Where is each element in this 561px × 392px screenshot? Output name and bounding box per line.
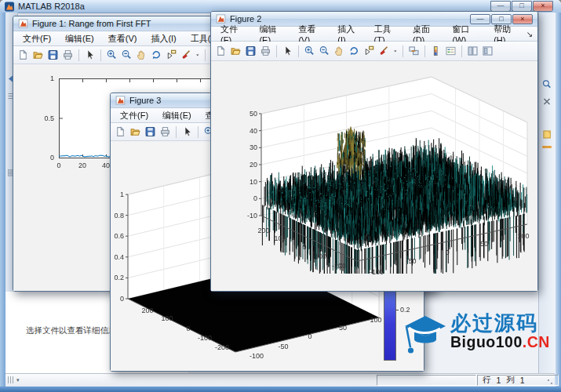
cursor-icon[interactable] <box>281 45 294 58</box>
watermark-brand: Biguo100 <box>450 333 523 350</box>
statusbar-grip[interactable]: ▾ <box>8 376 20 383</box>
menu-item[interactable]: 编辑(E) <box>58 31 101 46</box>
new-icon[interactable] <box>16 49 30 62</box>
open-icon[interactable] <box>229 45 242 58</box>
menu-item[interactable]: 插入(I) <box>144 31 183 46</box>
maximize-button[interactable]: □ <box>512 1 532 12</box>
search-icon[interactable] <box>541 79 552 90</box>
toolbar-separator <box>424 45 425 57</box>
data-cursor-icon[interactable] <box>362 45 376 58</box>
note-underline <box>542 146 552 148</box>
figure2-toolbar <box>211 42 537 61</box>
insert-colorbar-icon[interactable] <box>429 45 443 58</box>
toolbar-separator <box>198 126 199 138</box>
new-icon[interactable] <box>114 125 127 139</box>
print-icon[interactable] <box>158 125 172 139</box>
zoom-out-icon[interactable] <box>318 45 331 58</box>
close-icon[interactable] <box>541 96 552 107</box>
toolbar-separator <box>176 126 177 138</box>
print-icon[interactable] <box>259 45 272 58</box>
caret-icon[interactable] <box>195 49 201 62</box>
figure3-title: Figure 3 <box>129 96 161 105</box>
col-label: 列 <box>506 375 515 386</box>
window-border-bottom <box>0 387 561 392</box>
zoom-in-icon[interactable] <box>303 45 316 58</box>
figure2-menubar: 文件(F)编辑(E)查看(V)插入(I)工具(T)桌面(D)窗口(W)帮助(H)… <box>211 27 537 42</box>
link-plots-icon[interactable] <box>407 45 421 58</box>
save-icon[interactable] <box>46 49 60 62</box>
pan-icon[interactable] <box>333 45 346 58</box>
note-icon[interactable] <box>541 129 552 140</box>
save-icon[interactable] <box>244 45 257 58</box>
resize-grip-icon[interactable] <box>551 383 552 384</box>
toolbar-separator <box>403 45 403 57</box>
toolbar-separator <box>205 49 206 61</box>
figure-icon <box>115 96 126 105</box>
watermark: 必过源码 Biguo100.CN <box>403 313 561 366</box>
menu-item[interactable]: 查看(V) <box>101 31 144 46</box>
caret-icon[interactable] <box>392 45 399 58</box>
rotate-3d-icon[interactable] <box>348 45 361 58</box>
data-cursor-icon[interactable] <box>165 49 178 62</box>
brush-icon[interactable] <box>377 45 391 58</box>
menu-item[interactable]: 编辑(E) <box>155 108 199 123</box>
print-icon[interactable] <box>61 49 75 62</box>
menu-item[interactable]: 文件(F) <box>113 108 155 123</box>
status-bar: ▾ 行1 列1 <box>5 373 555 387</box>
toolbar-separator <box>298 45 299 57</box>
cursor-icon[interactable] <box>180 125 194 139</box>
figure2-client <box>211 61 537 291</box>
row-label: 行 <box>483 375 491 386</box>
plot-browser-icon[interactable] <box>481 45 494 58</box>
brush-icon[interactable] <box>180 49 193 62</box>
insert-legend-icon[interactable] <box>444 45 457 58</box>
watermark-cn-text: 必过源码 <box>450 313 550 333</box>
figure2-plot-canvas[interactable] <box>211 61 537 291</box>
close-button[interactable]: × <box>533 1 553 12</box>
zoom-out-icon[interactable] <box>120 49 133 62</box>
toolbar-separator <box>78 49 79 61</box>
rotate-3d-icon[interactable] <box>150 49 163 62</box>
screen: MATLAB R2018a — □ × 选择文件以查看详细信息 ▾ 行1 列1 … <box>0 0 561 392</box>
row-value: 1 <box>497 376 501 385</box>
details-placeholder-text: 选择文件以查看详细信息 <box>26 325 117 336</box>
figure-palette-icon[interactable] <box>466 45 479 58</box>
menu-item[interactable]: 文件(F) <box>16 31 58 46</box>
graduation-cap-icon <box>403 313 447 366</box>
pan-icon[interactable] <box>135 49 148 62</box>
statusbar-cell-empty <box>377 375 476 386</box>
app-title: MATLAB R2018a <box>18 2 85 11</box>
open-icon[interactable] <box>31 49 45 62</box>
minimize-button[interactable]: — <box>490 1 511 12</box>
toolbar-separator <box>100 49 101 61</box>
new-icon[interactable] <box>214 45 228 58</box>
col-value: 1 <box>520 376 525 385</box>
open-icon[interactable] <box>129 125 142 139</box>
watermark-tld: .CN <box>523 333 550 350</box>
dock-figure-icon[interactable]: ↘ <box>526 30 533 38</box>
figure1-title: Figure 1: Range from First FFT <box>32 19 151 28</box>
cursor-icon[interactable] <box>83 49 97 62</box>
toolbar-separator <box>276 45 277 57</box>
save-icon[interactable] <box>144 125 157 139</box>
window-border-left <box>0 13 5 392</box>
zoom-in-icon[interactable] <box>105 49 118 62</box>
figure2-window[interactable]: Figure 2 — □ × 文件(F)编辑(E)查看(V)插入(I)工具(T)… <box>210 11 538 292</box>
matlab-app-icon <box>4 2 15 12</box>
statusbar-row-col: 行1 列1 <box>477 375 559 386</box>
toolbar-separator <box>461 45 462 57</box>
figure-icon <box>18 19 28 28</box>
